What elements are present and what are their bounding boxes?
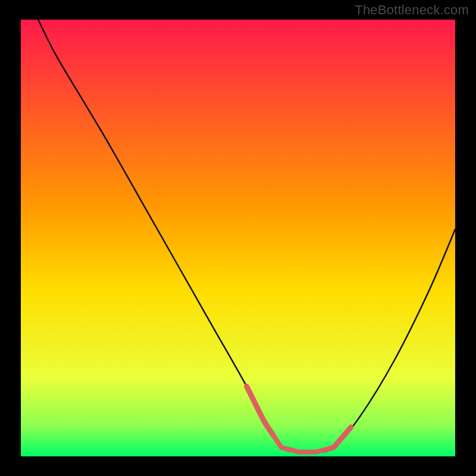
watermark-text: TheBottleneck.com: [355, 2, 469, 18]
chart-frame: { "watermark": "TheBottleneck.com", "col…: [0, 0, 476, 476]
bottleneck-plot: [0, 0, 476, 476]
plot-bg: [21, 20, 455, 456]
